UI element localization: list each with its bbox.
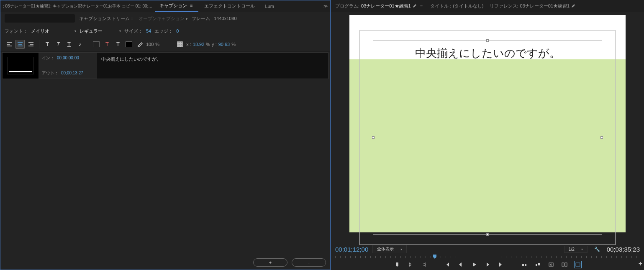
search-input[interactable] — [5, 14, 75, 23]
selection-handle[interactable] — [486, 39, 489, 42]
svg-rect-12 — [538, 263, 540, 265]
y-unit: % — [231, 42, 236, 47]
in-timecode[interactable]: 00;00;00;00 — [57, 56, 79, 60]
edit-icon[interactable] — [413, 4, 417, 8]
position-grid-button[interactable] — [175, 40, 185, 49]
caption-thumbnail — [3, 53, 38, 79]
svg-rect-16 — [565, 263, 567, 266]
tab-lumetri[interactable]: Lum — [261, 1, 278, 11]
underline-button[interactable]: T — [64, 40, 74, 49]
opacity-value[interactable]: 100 — [146, 42, 154, 47]
playhead[interactable] — [433, 255, 436, 259]
svg-rect-17 — [576, 263, 580, 266]
tab-effect-controls[interactable]: エフェクトコントロール — [200, 0, 259, 12]
stream-dropdown[interactable]: オープンキャプション ▾ — [139, 15, 187, 22]
edge-value[interactable]: 0 — [176, 28, 179, 33]
edge-label: エッジ： — [154, 28, 173, 34]
selection-handle[interactable] — [600, 136, 603, 139]
italic-button[interactable]: T — [54, 40, 63, 49]
go-to-out-button[interactable] — [497, 261, 505, 268]
svg-rect-8 — [181, 46, 182, 47]
font-row: フォント： メイリオ▾ レギュラー▾ サイズ： 54 エッジ： 0 — [0, 25, 330, 37]
resolution-dropdown[interactable]: 1/2▾ — [564, 246, 588, 253]
extract-button[interactable] — [534, 261, 541, 268]
x-value[interactable]: 18.92 — [193, 42, 205, 47]
font-label: フォント： — [5, 28, 28, 34]
program-monitor-panel: プログラム: 03ナレーター01★練習1 ≡ タイトル : (タイトルなし) リ… — [331, 0, 644, 270]
step-forward-button[interactable] — [484, 261, 491, 268]
stroke-button[interactable]: T — [113, 40, 123, 49]
size-value[interactable]: 54 — [146, 28, 151, 33]
svg-rect-5 — [181, 43, 182, 45]
size-label: サイズ： — [124, 28, 143, 34]
selection-handle[interactable] — [372, 136, 375, 139]
caption-overlay-text: 中央揃えにしたいのですが。 — [349, 46, 626, 61]
eyedropper-button[interactable] — [135, 40, 144, 49]
frame-label: フレーム : 1440x1080 — [192, 15, 237, 22]
svg-rect-4 — [180, 43, 181, 45]
tab-caption-label: キャプション — [159, 3, 187, 8]
align-left-button[interactable] — [5, 40, 14, 49]
comparison-view-button[interactable] — [561, 261, 568, 268]
wrench-icon[interactable]: 🔧 — [594, 247, 600, 252]
svg-rect-0 — [177, 42, 179, 43]
left-tab-bar: : 03ナレーター01★練習1: キャプション03ナレーター01お手本 コピー … — [0, 0, 330, 12]
font-dropdown[interactable]: メイリオ▾ — [31, 28, 76, 34]
control-top-row: 00;01;12;00 全体表示▾ 1/2▾ 🔧 00;03;35;23 — [331, 243, 644, 255]
export-frame-button[interactable] — [547, 261, 555, 268]
monitor-wrap: 中央揃えにしたいのですが。 — [331, 12, 644, 243]
panel-menu-icon[interactable]: ≡ — [418, 3, 424, 8]
stream-label: キャプションストリーム： — [79, 15, 134, 22]
safe-margins-button[interactable] — [574, 261, 582, 268]
right-tab-bar: プログラム: 03ナレーター01★練習1 ≡ タイトル : (タイトルなし) リ… — [331, 0, 644, 12]
svg-rect-6 — [177, 46, 179, 47]
tab-reference[interactable]: リファレンス: 03ナレーター01★練習1 — [490, 3, 576, 9]
remove-caption-button[interactable]: - — [292, 258, 326, 267]
align-center-button[interactable] — [15, 40, 25, 49]
svg-rect-11 — [536, 264, 537, 266]
svg-rect-9 — [522, 264, 524, 266]
text-color-button[interactable]: T — [103, 40, 112, 49]
separator — [39, 40, 39, 48]
out-point-button[interactable] — [420, 261, 428, 268]
music-note-button[interactable]: ♪ — [75, 40, 85, 49]
zoom-dropdown[interactable]: 全体表示▾ — [372, 245, 407, 253]
caption-toolbar: T T T ♪ T T 100 % x : 18.92 % y : 90.63 … — [0, 37, 330, 51]
caption-text-field[interactable]: 中央揃えにしたいのですが。 — [97, 53, 328, 79]
y-value[interactable]: 90.63 — [218, 42, 230, 47]
panel-menu-icon[interactable]: ≡ — [188, 3, 194, 8]
edit-icon[interactable] — [571, 4, 575, 8]
add-caption-button[interactable]: + — [253, 258, 287, 267]
monitor-controls: 00;01;12;00 全体表示▾ 1/2▾ 🔧 00;03;35;23 — [331, 243, 644, 270]
align-right-button[interactable] — [26, 40, 36, 49]
tab-caption[interactable]: キャプション ≡ — [155, 0, 198, 12]
fill-swatch[interactable] — [124, 40, 133, 49]
y-label: y : — [212, 42, 217, 47]
separator — [88, 40, 88, 48]
add-button-right[interactable]: + — [639, 260, 642, 267]
bg-color-button[interactable] — [92, 40, 101, 49]
expand-icon[interactable]: ≫ — [323, 4, 328, 8]
svg-rect-1 — [180, 42, 181, 43]
caption-row[interactable]: イン：00;00;00;00 アウト：00;00;13;27 中央揃えにしたいの… — [2, 52, 328, 79]
caption-footer: + - — [0, 255, 330, 270]
selection-handle[interactable] — [486, 233, 489, 236]
program-monitor[interactable]: 中央揃えにしたいのですが。 — [349, 15, 626, 232]
go-to-in-button[interactable] — [444, 261, 451, 268]
out-timecode[interactable]: 00;00;13;27 — [61, 71, 83, 75]
lift-button[interactable] — [521, 261, 528, 268]
svg-point-14 — [550, 264, 552, 265]
play-button[interactable] — [470, 261, 478, 268]
svg-rect-3 — [177, 43, 179, 45]
font-weight-dropdown[interactable]: レギュラー▾ — [80, 28, 121, 34]
step-back-button[interactable] — [457, 261, 464, 268]
svg-rect-15 — [562, 263, 564, 266]
current-timecode[interactable]: 00;01;12;00 — [335, 246, 368, 253]
tab-title[interactable]: タイトル : (タイトルなし) — [430, 3, 483, 9]
bold-button[interactable]: T — [43, 40, 52, 49]
time-ruler[interactable] — [335, 256, 640, 258]
in-point-button[interactable] — [407, 261, 414, 268]
tab-program[interactable]: プログラム: 03ナレーター01★練習1 ≡ — [335, 3, 424, 9]
svg-rect-7 — [180, 46, 181, 47]
marker-button[interactable] — [393, 261, 401, 268]
